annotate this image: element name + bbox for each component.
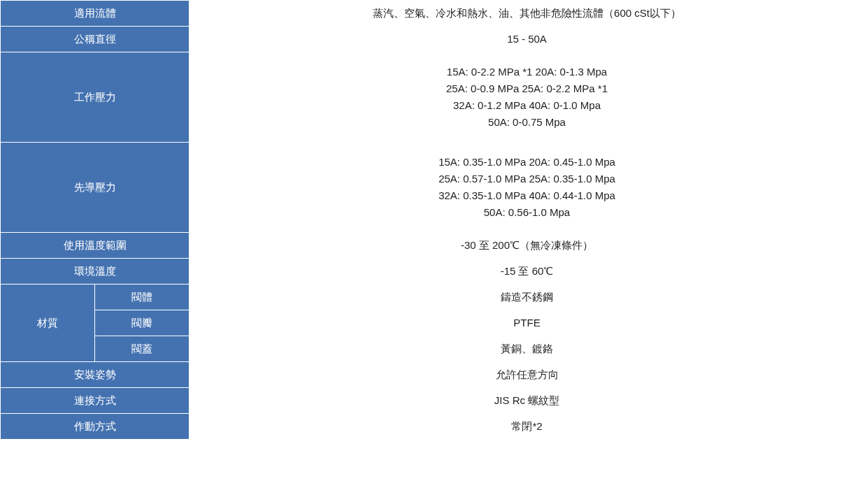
label-nominal-diameter: 公稱直徑 (1, 27, 190, 52)
row-pilot-pressure: 先導壓力 15A: 0.35-1.0 MPa 20A: 0.45-1.0 Mpa… (1, 143, 865, 233)
label-ambient-temp: 環境溫度 (1, 259, 190, 285)
row-operating-temp: 使用溫度範圍 -30 至 200℃（無冷凍條件） (1, 233, 865, 259)
label-pilot-pressure: 先導壓力 (1, 143, 190, 233)
row-connection: 連接方式 JIS Rc 螺紋型 (1, 388, 865, 414)
value-operating-temp: -30 至 200℃（無冷凍條件） (190, 233, 865, 259)
pilot-pressure-line-2: 32A: 0.35-1.0 MPa 40A: 0.44-1.0 Mpa (192, 187, 862, 204)
value-ambient-temp: -15 至 60℃ (190, 259, 865, 285)
value-working-pressure: 15A: 0-2.2 MPa *1 20A: 0-1.3 Mpa 25A: 0-… (190, 52, 865, 143)
value-material-disc: PTFE (190, 310, 865, 336)
row-material-body: 材質 閥體 鑄造不銹鋼 (1, 285, 865, 310)
row-ambient-temp: 環境溫度 -15 至 60℃ (1, 259, 865, 285)
value-actuation: 常閉*2 (190, 414, 865, 440)
label-mounting: 安裝姿勢 (1, 362, 190, 388)
label-material: 材質 (1, 285, 95, 362)
spec-table: 適用流體 蒸汽、空氣、冷水和熱水、油、其他非危險性流體（600 cSt以下） 公… (0, 0, 865, 440)
working-pressure-line-0: 15A: 0-2.2 MPa *1 20A: 0-1.3 Mpa (192, 64, 862, 80)
value-applicable-fluid: 蒸汽、空氣、冷水和熱水、油、其他非危險性流體（600 cSt以下） (190, 1, 865, 27)
label-connection: 連接方式 (1, 388, 190, 414)
working-pressure-line-3: 50A: 0-0.75 Mpa (192, 114, 862, 131)
row-nominal-diameter: 公稱直徑 15 - 50A (1, 27, 865, 52)
label-material-body: 閥體 (95, 285, 190, 310)
value-connection: JIS Rc 螺紋型 (190, 388, 865, 414)
label-material-disc: 閥瓣 (95, 310, 190, 336)
label-actuation: 作動方式 (1, 414, 190, 440)
working-pressure-line-2: 32A: 0-1.2 MPa 40A: 0-1.0 Mpa (192, 97, 862, 114)
pilot-pressure-line-0: 15A: 0.35-1.0 MPa 20A: 0.45-1.0 Mpa (192, 154, 862, 171)
row-working-pressure: 工作壓力 15A: 0-2.2 MPa *1 20A: 0-1.3 Mpa 25… (1, 52, 865, 143)
row-material-cover: 閥蓋 黃銅、鍍鉻 (1, 336, 865, 362)
row-mounting: 安裝姿勢 允許任意方向 (1, 362, 865, 388)
value-material-cover: 黃銅、鍍鉻 (190, 336, 865, 362)
row-actuation: 作動方式 常閉*2 (1, 414, 865, 440)
working-pressure-line-1: 25A: 0-0.9 MPa 25A: 0-2.2 MPa *1 (192, 80, 862, 97)
value-material-body: 鑄造不銹鋼 (190, 285, 865, 310)
value-mounting: 允許任意方向 (190, 362, 865, 388)
label-applicable-fluid: 適用流體 (1, 1, 190, 27)
row-material-disc: 閥瓣 PTFE (1, 310, 865, 336)
label-working-pressure: 工作壓力 (1, 52, 190, 143)
row-applicable-fluid: 適用流體 蒸汽、空氣、冷水和熱水、油、其他非危險性流體（600 cSt以下） (1, 1, 865, 27)
label-operating-temp: 使用溫度範圍 (1, 233, 190, 259)
value-nominal-diameter: 15 - 50A (190, 27, 865, 52)
label-material-cover: 閥蓋 (95, 336, 190, 362)
pilot-pressure-line-3: 50A: 0.56-1.0 Mpa (192, 204, 862, 221)
value-pilot-pressure: 15A: 0.35-1.0 MPa 20A: 0.45-1.0 Mpa 25A:… (190, 143, 865, 233)
pilot-pressure-line-1: 25A: 0.57-1.0 MPa 25A: 0.35-1.0 Mpa (192, 171, 862, 187)
